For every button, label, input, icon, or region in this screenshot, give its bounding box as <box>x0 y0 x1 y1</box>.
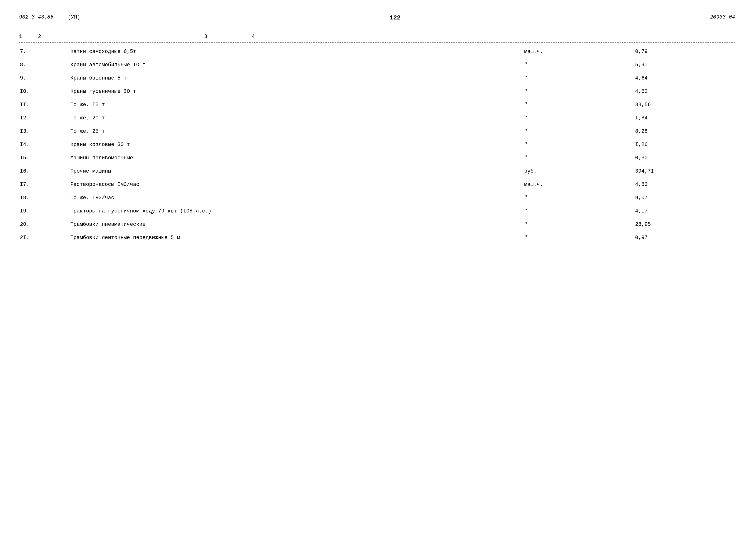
row-unit: " <box>523 138 634 151</box>
row-number: I7. <box>19 178 69 191</box>
row-number: 8. <box>19 58 69 72</box>
table-row: I2.То же, 20 т"I,84 <box>19 111 735 125</box>
doc-ref: 20933-04 <box>710 14 735 20</box>
table-row: IO.Краны гусеничные IO т"4,62 <box>19 85 735 98</box>
row-value: 5,9I <box>634 58 735 72</box>
row-description: Катки самоходные 6,5т <box>69 45 523 58</box>
table-row: I9.Тракторы на гусеничном ходу 79 квт (I… <box>19 204 735 218</box>
col1-header: 1 <box>19 34 38 40</box>
row-value: 4,83 <box>634 178 735 191</box>
row-value: I,26 <box>634 138 735 151</box>
row-value: 8,28 <box>634 125 735 138</box>
row-value: I,84 <box>634 111 735 125</box>
row-number: I8. <box>19 191 69 204</box>
row-description: Краны козловые 30 т <box>69 138 523 151</box>
page-number: 122 <box>80 14 710 21</box>
row-value: 0,79 <box>634 45 735 58</box>
row-unit: " <box>523 85 634 98</box>
row-unit: " <box>523 231 634 244</box>
row-unit: руб. <box>523 164 634 178</box>
row-number: I9. <box>19 204 69 218</box>
doc-section: (УП) <box>68 14 80 20</box>
row-value: 28,95 <box>634 218 735 231</box>
row-number: I3. <box>19 125 69 138</box>
col3-header: 3 <box>204 34 252 40</box>
table-row: I3.То же, 25 т"8,28 <box>19 125 735 138</box>
row-number: I6. <box>19 164 69 178</box>
row-number: II. <box>19 98 69 111</box>
col2-header: 2 <box>38 34 204 40</box>
row-number: IO. <box>19 85 69 98</box>
table-row: I8.То же, Iм3/час"9,07 <box>19 191 735 204</box>
row-description: То же, I5 т <box>69 98 523 111</box>
row-number: 7. <box>19 45 69 58</box>
table-row: I7.Растворонасосы Iм3/часмаш.ч.4,83 <box>19 178 735 191</box>
row-number: 2I. <box>19 231 69 244</box>
table-row: I5.Машины поливомоечные"0,30 <box>19 151 735 164</box>
row-unit: " <box>523 98 634 111</box>
row-value: 0,97 <box>634 231 735 244</box>
row-number: 9. <box>19 72 69 85</box>
doc-code: 902-3-43.85 <box>19 14 54 20</box>
row-description: Машины поливомоечные <box>69 151 523 164</box>
row-description: То же, 20 т <box>69 111 523 125</box>
row-description: Трамбовки пневматические <box>69 218 523 231</box>
row-unit: " <box>523 72 634 85</box>
table-row: 8.Краны автомобильные IO т"5,9I <box>19 58 735 72</box>
column-headers: 1 2 3 4 <box>19 31 735 42</box>
row-unit: " <box>523 218 634 231</box>
row-unit: " <box>523 111 634 125</box>
page-header: 902-3-43.85 (УП) 122 20933-04 <box>19 14 735 21</box>
table-container: 1 2 3 4 7.Катки самоходные 6,5тмаш.ч.0,7… <box>19 31 735 244</box>
row-unit: " <box>523 58 634 72</box>
data-table: 7.Катки самоходные 6,5тмаш.ч.0,798.Краны… <box>19 45 735 244</box>
row-description: То же, Iм3/час <box>69 191 523 204</box>
header-left: 902-3-43.85 (УП) <box>19 14 80 20</box>
row-value: 4,64 <box>634 72 735 85</box>
row-value: 4,62 <box>634 85 735 98</box>
row-description: Краны башенные 5 т <box>69 72 523 85</box>
row-value: 4,I7 <box>634 204 735 218</box>
row-unit: маш.ч. <box>523 45 634 58</box>
row-description: Тракторы на гусеничном ходу 79 квт (IO8 … <box>69 204 523 218</box>
table-row: 2I.Трамбовки ленточные передвижные 5 м"0… <box>19 231 735 244</box>
row-unit: маш.ч. <box>523 178 634 191</box>
row-description: Трамбовки ленточные передвижные 5 м <box>69 231 523 244</box>
row-unit: " <box>523 204 634 218</box>
row-description: Прочие машины <box>69 164 523 178</box>
row-value: 9,07 <box>634 191 735 204</box>
table-row: 7.Катки самоходные 6,5тмаш.ч.0,79 <box>19 45 735 58</box>
row-value: 394,7I <box>634 164 735 178</box>
row-number: I2. <box>19 111 69 125</box>
row-unit: " <box>523 151 634 164</box>
row-number: 20. <box>19 218 69 231</box>
row-description: Растворонасосы Iм3/час <box>69 178 523 191</box>
row-unit: " <box>523 125 634 138</box>
table-row: 9.Краны башенные 5 т"4,64 <box>19 72 735 85</box>
row-description: Краны автомобильные IO т <box>69 58 523 72</box>
col4-header: 4 <box>252 34 323 40</box>
row-number: I5. <box>19 151 69 164</box>
table-row: 20.Трамбовки пневматические"28,95 <box>19 218 735 231</box>
row-unit: " <box>523 191 634 204</box>
table-row: I4.Краны козловые 30 т"I,26 <box>19 138 735 151</box>
row-value: 0,30 <box>634 151 735 164</box>
table-row: I6.Прочие машиныруб.394,7I <box>19 164 735 178</box>
row-value: 38,56 <box>634 98 735 111</box>
table-row: II.То же, I5 т"38,56 <box>19 98 735 111</box>
row-description: То же, 25 т <box>69 125 523 138</box>
row-number: I4. <box>19 138 69 151</box>
row-description: Краны гусеничные IO т <box>69 85 523 98</box>
